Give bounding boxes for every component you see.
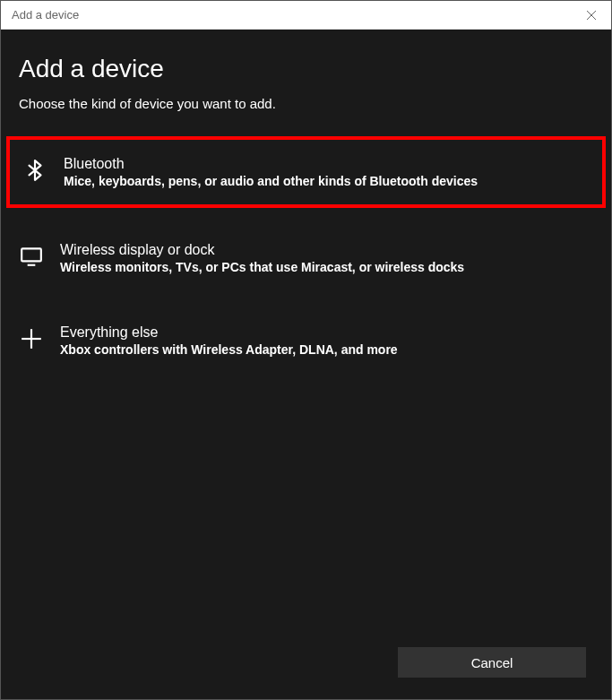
plus-icon xyxy=(19,326,44,351)
page-subtitle: Choose the kind of device you want to ad… xyxy=(1,96,611,111)
close-icon xyxy=(586,10,597,21)
option-description: Wireless monitors, TVs, or PCs that use … xyxy=(60,260,464,274)
option-description: Xbox controllers with Wireless Adapter, … xyxy=(60,342,398,357)
page-title: Add a device xyxy=(1,55,611,83)
option-title: Everything else xyxy=(60,324,398,341)
content-area: Add a device Choose the kind of device y… xyxy=(1,30,611,699)
option-title: Bluetooth xyxy=(64,156,478,172)
cancel-button[interactable]: Cancel xyxy=(398,647,586,678)
device-options-list: Bluetooth Mice, keyboards, pens, or audi… xyxy=(1,136,611,391)
titlebar-title: Add a device xyxy=(12,8,79,22)
option-text: Bluetooth Mice, keyboards, pens, or audi… xyxy=(64,156,478,188)
option-title: Wireless display or dock xyxy=(60,242,464,258)
add-device-window: Add a device Add a device Choose the kin… xyxy=(0,0,612,700)
option-text: Everything else Xbox controllers with Wi… xyxy=(60,324,398,357)
option-bluetooth[interactable]: Bluetooth Mice, keyboards, pens, or audi… xyxy=(6,136,606,208)
option-description: Mice, keyboards, pens, or audio and othe… xyxy=(64,174,478,188)
footer: Cancel xyxy=(1,626,611,699)
titlebar: Add a device xyxy=(1,1,611,30)
option-everything-else[interactable]: Everything else Xbox controllers with Wi… xyxy=(1,308,611,373)
monitor-icon xyxy=(19,244,44,269)
bluetooth-icon xyxy=(22,158,47,183)
svg-rect-2 xyxy=(22,248,41,261)
option-text: Wireless display or dock Wireless monito… xyxy=(60,242,464,274)
close-button[interactable] xyxy=(582,6,600,24)
option-wireless-display[interactable]: Wireless display or dock Wireless monito… xyxy=(1,226,611,290)
